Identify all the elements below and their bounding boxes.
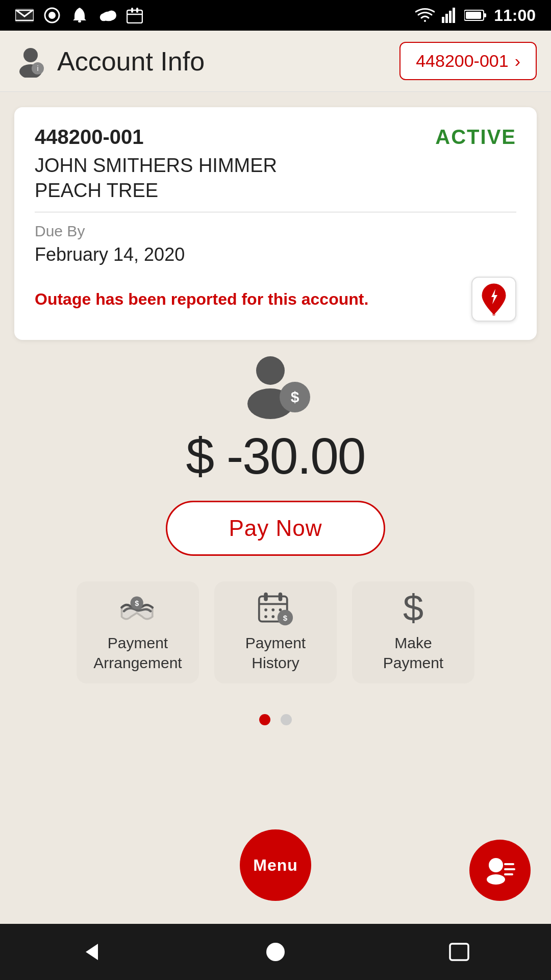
handshake-icon: $	[119, 592, 156, 625]
svg-rect-50	[450, 944, 468, 960]
card-divider	[35, 212, 516, 212]
contact-fab-button[interactable]	[469, 840, 531, 901]
status-bar-icons	[15, 6, 144, 24]
calendar-dollar-icon: $	[257, 592, 294, 625]
svg-rect-8	[127, 10, 142, 23]
back-button[interactable]	[71, 932, 112, 972]
pay-now-button[interactable]: Pay Now	[166, 501, 385, 556]
svg-rect-18	[466, 12, 481, 19]
payment-history-label: PaymentHistory	[245, 633, 306, 673]
signal-icon	[442, 8, 457, 23]
svg-rect-14	[449, 11, 452, 23]
recents-button[interactable]	[439, 932, 480, 972]
svg-point-24	[492, 313, 495, 316]
outage-location-icon	[480, 282, 508, 316]
location-name: PEACH TREE	[35, 180, 516, 202]
svg-rect-32	[264, 593, 268, 601]
outage-message: Outage has been reported for this accoun…	[35, 290, 471, 309]
svg-point-35	[264, 608, 267, 611]
account-number-display: 448200-001	[416, 51, 509, 71]
header-avatar: i	[14, 45, 47, 78]
due-by-date: February 14, 2020	[35, 244, 516, 265]
svg-rect-15	[453, 8, 455, 23]
payment-arrangement-button[interactable]: $ PaymentArrangement	[77, 581, 199, 683]
cloud-icon	[98, 6, 116, 24]
account-status-badge: ACTIVE	[435, 126, 516, 149]
svg-rect-4	[78, 20, 81, 22]
circle-icon	[43, 6, 61, 24]
make-payment-button[interactable]: $ MakePayment	[352, 581, 474, 683]
svg-point-49	[266, 943, 285, 961]
outage-row: Outage has been reported for this accoun…	[35, 277, 516, 322]
svg-point-3	[48, 12, 56, 19]
svg-point-25	[256, 356, 285, 385]
chevron-right-icon: ›	[515, 51, 520, 71]
balance-section: $ $ -30.00 Pay Now	[0, 355, 551, 581]
svg-point-6	[100, 13, 108, 21]
card-account-number: 448200-001	[35, 126, 144, 149]
payment-history-button[interactable]: $ PaymentHistory	[214, 581, 337, 683]
svg-point-38	[264, 615, 267, 618]
svg-point-39	[271, 615, 274, 618]
svg-text:$: $	[283, 614, 288, 622]
balance-icon: $	[235, 355, 316, 422]
menu-button[interactable]: Menu	[240, 829, 311, 901]
customer-name: JOHN SMITHERS HIMMER	[35, 155, 516, 177]
home-button[interactable]	[255, 932, 296, 972]
menu-button-label: Menu	[253, 856, 298, 875]
make-payment-label: MakePayment	[383, 633, 443, 673]
action-buttons-row: $ PaymentArrangement $	[0, 581, 551, 683]
svg-point-19	[23, 48, 38, 62]
wifi-icon	[415, 8, 435, 23]
svg-rect-13	[445, 14, 448, 23]
account-selector-button[interactable]: 448200-001 ›	[399, 42, 537, 80]
svg-rect-10	[136, 8, 138, 13]
svg-rect-33	[279, 593, 283, 601]
bottom-nav-bar	[0, 924, 551, 980]
svg-marker-48	[86, 944, 98, 960]
svg-point-44	[487, 874, 505, 885]
due-by-label: Due By	[35, 223, 516, 240]
notification-icon	[70, 6, 89, 24]
pagination-dot-2	[281, 714, 292, 725]
battery-icon	[464, 9, 487, 21]
svg-point-7	[107, 11, 116, 20]
svg-text:$: $	[403, 590, 423, 627]
contact-icon	[484, 855, 516, 886]
account-card: 448200-001 ACTIVE JOHN SMITHERS HIMMER P…	[14, 107, 537, 340]
svg-point-43	[489, 858, 503, 872]
svg-rect-17	[484, 13, 486, 17]
balance-amount: $ -30.00	[186, 427, 365, 485]
svg-point-36	[271, 608, 274, 611]
dollar-sign-icon: $	[395, 592, 432, 625]
header-left: i Account Info	[14, 45, 205, 78]
status-bar: 11:00	[0, 0, 551, 31]
calendar-status-icon	[126, 6, 144, 24]
svg-text:$: $	[135, 599, 139, 607]
svg-rect-9	[131, 8, 133, 13]
payment-arrangement-label: PaymentArrangement	[93, 633, 182, 673]
page-title: Account Info	[57, 46, 205, 77]
gmail-icon	[15, 6, 34, 24]
outage-report-button[interactable]	[471, 277, 516, 322]
time-display: 11:00	[494, 6, 536, 25]
svg-rect-12	[442, 17, 444, 23]
app-header: i Account Info 448200-001 ›	[0, 31, 551, 92]
svg-text:i: i	[37, 64, 38, 72]
pagination-dot-1	[259, 714, 270, 725]
card-top-row: 448200-001 ACTIVE	[35, 126, 516, 149]
status-bar-right: 11:00	[415, 6, 536, 25]
pagination-dots	[0, 714, 551, 725]
svg-text:$: $	[291, 388, 299, 405]
